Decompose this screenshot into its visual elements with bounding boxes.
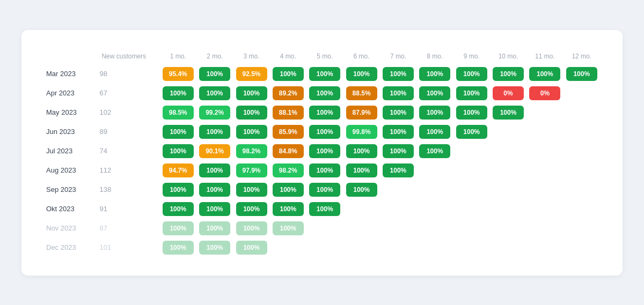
- cell-0-6: 100%: [381, 65, 415, 83]
- cell-1-6: 100%: [381, 85, 415, 102]
- cell-0-10: 100%: [528, 65, 562, 83]
- cell-5-7: [418, 162, 452, 179]
- header-month-10: 10 mo.: [491, 49, 525, 63]
- header-row-label: [45, 49, 95, 63]
- cell-1-5: 88.5%: [344, 85, 378, 102]
- table-row: Nov 202387100%100%100%100%: [45, 220, 599, 237]
- header-new-customers: New customers: [97, 49, 158, 63]
- cell-4-5: 100%: [344, 143, 378, 160]
- cell-0-0: 95.4%: [161, 65, 195, 83]
- table-row: Dec 2023101100%100%100%: [45, 239, 599, 256]
- cell-6-0: 100%: [161, 181, 195, 198]
- cell-9-5: [344, 239, 378, 256]
- cell-4-10: [528, 143, 562, 160]
- cell-2-10: [528, 104, 562, 121]
- row-label-4: Jul 2023: [45, 143, 95, 160]
- cell-6-10: [528, 181, 562, 198]
- table-row: Jul 202374100%90.1%98.2%84.8%100%100%100…: [45, 143, 599, 160]
- row-label-8: Nov 2023: [45, 220, 95, 237]
- cell-1-4: 100%: [308, 85, 342, 102]
- cell-1-0: 100%: [161, 85, 195, 102]
- header-month-5: 5 mo.: [308, 49, 342, 63]
- cell-3-9: [491, 123, 525, 140]
- header-month-1: 1 mo.: [161, 49, 195, 63]
- row-label-9: Dec 2023: [45, 239, 95, 256]
- cell-3-8: 100%: [454, 123, 488, 140]
- cell-2-0: 98.5%: [161, 104, 195, 121]
- cell-7-5: [344, 200, 378, 218]
- cell-5-4: 100%: [308, 162, 342, 179]
- cell-7-11: [565, 200, 599, 218]
- cell-5-10: [528, 162, 562, 179]
- cell-2-9: 100%: [491, 104, 525, 121]
- row-label-1: Apr 2023: [45, 85, 95, 102]
- cohort-table: New customers 1 mo.2 mo.3 mo.4 mo.5 mo.6…: [43, 47, 601, 258]
- table-row: Apr 202367100%100%100%89.2%100%88.5%100%…: [45, 85, 599, 102]
- cell-6-5: 100%: [344, 181, 378, 198]
- cell-8-2: 100%: [234, 220, 268, 237]
- cell-1-8: 100%: [454, 85, 488, 102]
- cell-1-10: 0%: [528, 85, 562, 102]
- cell-4-6: 100%: [381, 143, 415, 160]
- header-month-11: 11 mo.: [528, 49, 562, 63]
- cell-7-6: [381, 200, 415, 218]
- cohort-table-card: New customers 1 mo.2 mo.3 mo.4 mo.5 mo.6…: [21, 30, 623, 276]
- row-new-customers-3: 89: [97, 123, 158, 140]
- cell-1-2: 100%: [234, 85, 268, 102]
- cell-7-7: [418, 200, 452, 218]
- row-new-customers-7: 91: [97, 200, 158, 218]
- cell-6-2: 100%: [234, 181, 268, 198]
- cell-0-7: 100%: [418, 65, 452, 83]
- cell-7-9: [491, 200, 525, 218]
- cell-6-9: [491, 181, 525, 198]
- cell-2-4: 100%: [308, 104, 342, 121]
- cell-3-3: 85.9%: [271, 123, 305, 140]
- cell-4-3: 84.8%: [271, 143, 305, 160]
- cell-2-11: [565, 104, 599, 121]
- table-row: May 202310298.5%99.2%100%88.1%100%87.9%1…: [45, 104, 599, 121]
- cell-7-2: 100%: [234, 200, 268, 218]
- cell-7-8: [454, 200, 488, 218]
- cell-8-8: [454, 220, 488, 237]
- row-label-6: Sep 2023: [45, 181, 95, 198]
- cell-2-5: 87.9%: [344, 104, 378, 121]
- cell-8-0: 100%: [161, 220, 195, 237]
- table-row: Mar 20239895.4%100%92.5%100%100%100%100%…: [45, 65, 599, 83]
- cell-8-3: 100%: [271, 220, 305, 237]
- row-new-customers-9: 101: [97, 239, 158, 256]
- cell-5-1: 100%: [197, 162, 232, 179]
- row-label-5: Aug 2023: [45, 162, 95, 179]
- row-new-customers-0: 98: [97, 65, 158, 83]
- row-label-7: Okt 2023: [45, 200, 95, 218]
- table-row: Okt 202391100%100%100%100%100%: [45, 200, 599, 218]
- row-new-customers-2: 102: [97, 104, 158, 121]
- cell-5-5: 100%: [344, 162, 378, 179]
- cell-6-11: [565, 181, 599, 198]
- cell-0-3: 100%: [271, 65, 305, 83]
- row-new-customers-8: 87: [97, 220, 158, 237]
- cell-8-6: [381, 220, 415, 237]
- row-label-3: Jun 2023: [45, 123, 95, 140]
- cell-4-9: [491, 143, 525, 160]
- cell-0-5: 100%: [344, 65, 378, 83]
- header-month-7: 7 mo.: [381, 49, 415, 63]
- cell-0-9: 100%: [491, 65, 525, 83]
- cell-2-2: 100%: [234, 104, 268, 121]
- header-month-12: 12 mo.: [565, 49, 599, 63]
- cell-6-8: [454, 181, 488, 198]
- header-month-9: 9 mo.: [454, 49, 488, 63]
- cell-2-6: 100%: [381, 104, 415, 121]
- cell-1-3: 89.2%: [271, 85, 305, 102]
- cell-1-7: 100%: [418, 85, 452, 102]
- cell-2-7: 100%: [418, 104, 452, 121]
- cell-6-7: [418, 181, 452, 198]
- cell-4-4: 100%: [308, 143, 342, 160]
- table-row: Jun 202389100%100%100%85.9%100%99.8%100%…: [45, 123, 599, 140]
- cell-5-3: 98.2%: [271, 162, 305, 179]
- cell-3-4: 100%: [308, 123, 342, 140]
- cell-8-1: 100%: [197, 220, 232, 237]
- cell-6-6: [381, 181, 415, 198]
- cell-9-10: [528, 239, 562, 256]
- cell-5-8: [454, 162, 488, 179]
- cell-7-3: 100%: [271, 200, 305, 218]
